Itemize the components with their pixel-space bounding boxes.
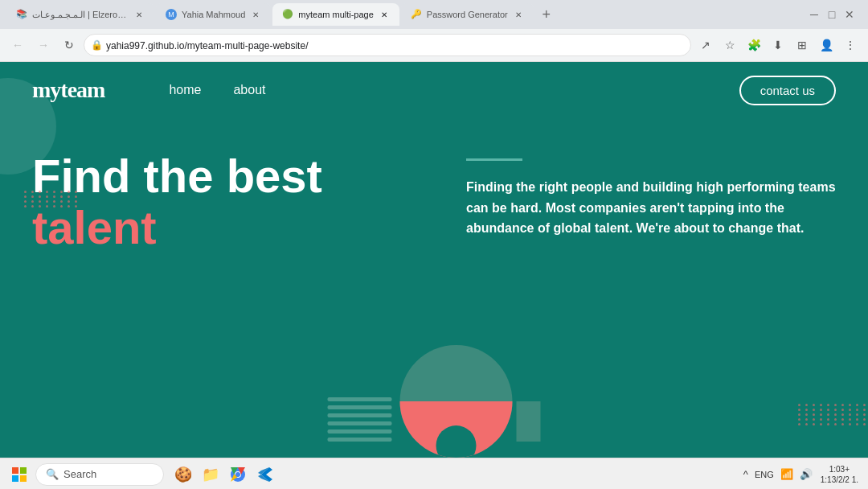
svg-point-6 (235, 472, 240, 477)
forward-button[interactable]: → (32, 34, 55, 56)
tray-icons: ^ ENG 📶 🔊 (742, 466, 814, 482)
hero-description: Finding the right people and building hi… (466, 177, 836, 239)
tab-3-favicon: 🟢 (282, 9, 293, 20)
tab-2-favicon: M (166, 9, 177, 20)
taskbar-datetime[interactable]: 1:03+ 1:13/2/2 1. (817, 464, 862, 485)
tray-wifi-icon[interactable]: 📶 (779, 466, 795, 482)
illustration-circle-group (400, 345, 513, 458)
tab-1-favicon: 📚 (16, 9, 27, 20)
taskbar-system-tray: ^ ENG 📶 🔊 1:03+ 1:13/2/2 1. (742, 464, 862, 485)
tab-bar: 📚 الـمـجـمـوعـات | Elzero Web School ✕ M… (0, 0, 868, 29)
extension-button[interactable]: 🧩 (743, 34, 765, 56)
website-content: myteam home about contact us Find the be… (0, 62, 868, 458)
bookmark-button[interactable]: ☆ (719, 34, 741, 56)
tab-2-close[interactable]: ✕ (250, 9, 261, 20)
minimize-button[interactable]: ─ (809, 9, 820, 20)
circle-hole (436, 425, 477, 458)
line-2 (328, 405, 392, 409)
lock-icon: 🔒 (91, 39, 103, 51)
address-text: yahia997.github.io/myteam-multi-page-web… (106, 39, 684, 51)
taskbar-time: 1:03+ (829, 464, 850, 475)
menu-button[interactable]: ⋮ (839, 34, 862, 56)
taskbar-search-label: Search (63, 468, 96, 480)
nav-home-link[interactable]: home (169, 83, 201, 97)
logo[interactable]: myteam (32, 77, 104, 103)
taskbar-chrome-icon[interactable] (225, 462, 251, 487)
taskbar-date: 1:13/2/2 1. (821, 475, 858, 485)
back-button[interactable]: ← (6, 34, 29, 56)
tab-4-close[interactable]: ✕ (513, 9, 524, 20)
search-icon: 🔍 (46, 468, 59, 480)
contact-us-button[interactable]: contact us (739, 76, 836, 105)
tray-volume-icon[interactable]: 🔊 (798, 466, 814, 482)
profile-button[interactable]: 👤 (815, 34, 837, 56)
taskbar: 🔍 Search 🍪 📁 ^ ENG (0, 458, 868, 489)
illustration-rect (517, 401, 541, 442)
svg-rect-0 (12, 467, 18, 474)
line-6 (328, 438, 392, 442)
deco-dots-top-left (24, 191, 80, 208)
line-5 (328, 429, 392, 434)
tab-1[interactable]: 📚 الـمـجـمـوعـات | Elzero Web School ✕ (6, 3, 154, 26)
tab-3[interactable]: 🟢 myteam multi-page ✕ (272, 3, 399, 26)
taskbar-cookie-icon[interactable]: 🍪 (170, 462, 196, 487)
svg-rect-2 (12, 475, 18, 482)
reload-button[interactable]: ↻ (58, 34, 80, 56)
deco-dots-bottom-right (798, 404, 868, 425)
share-button[interactable]: ↗ (694, 34, 717, 56)
download-button[interactable]: ⬇ (767, 34, 789, 56)
new-tab-button[interactable]: + (535, 3, 558, 26)
line-4 (328, 421, 392, 425)
nav-links: home about (169, 83, 265, 97)
main-nav: myteam home about contact us (0, 62, 868, 118)
tray-chevron-icon[interactable]: ^ (742, 466, 750, 482)
bottom-illustration (328, 345, 541, 458)
close-window-button[interactable]: ✕ (844, 9, 855, 20)
tab-2[interactable]: M Yahia Mahmoud ✕ (156, 3, 271, 26)
tab-2-label: Yahia Mahmoud (182, 10, 245, 19)
hero-title-line2: talent (32, 202, 434, 253)
svg-rect-1 (20, 467, 27, 474)
line-3 (328, 413, 392, 417)
tab-1-close[interactable]: ✕ (133, 9, 145, 20)
tab-1-label: الـمـجـمـوعـات | Elzero Web School (32, 10, 129, 20)
svg-rect-3 (20, 475, 27, 482)
nav-about-link[interactable]: about (233, 83, 265, 97)
illustration-lines (328, 397, 392, 442)
taskbar-app-icons: 🍪 📁 (170, 462, 278, 487)
tab-3-close[interactable]: ✕ (379, 9, 390, 20)
start-button[interactable] (6, 462, 32, 487)
hero-title-line1: Find the best (32, 150, 434, 202)
taskbar-folder-icon[interactable]: 📁 (198, 462, 223, 487)
tray-lang-icon[interactable]: ENG (753, 468, 776, 481)
tab-4[interactable]: 🔑 Password Generator ✕ (401, 3, 534, 26)
address-bar[interactable]: 🔒 yahia997.github.io/myteam-multi-page-w… (84, 34, 691, 56)
hero-divider-line (466, 158, 522, 161)
tab-3-label: myteam multi-page (298, 10, 374, 19)
line-1 (328, 397, 392, 401)
address-bar-row: ← → ↻ 🔒 yahia997.github.io/myteam-multi-… (0, 29, 868, 61)
windows-icon (12, 467, 27, 482)
window-controls: ─ □ ✕ (809, 9, 862, 20)
address-scheme: yahia997.github.io/myteam-multi-page-web… (106, 40, 308, 51)
tab-4-label: Password Generator (427, 10, 508, 19)
taskbar-vscode-icon[interactable] (252, 462, 278, 487)
tab-4-favicon: 🔑 (411, 9, 422, 20)
split-view-button[interactable]: ⊞ (791, 34, 813, 56)
circle-coral (400, 401, 513, 458)
toolbar-icons: ↗ ☆ 🧩 ⬇ ⊞ 👤 ⋮ (694, 34, 862, 56)
taskbar-search[interactable]: 🔍 Search (35, 463, 164, 486)
maximize-button[interactable]: □ (826, 9, 837, 20)
